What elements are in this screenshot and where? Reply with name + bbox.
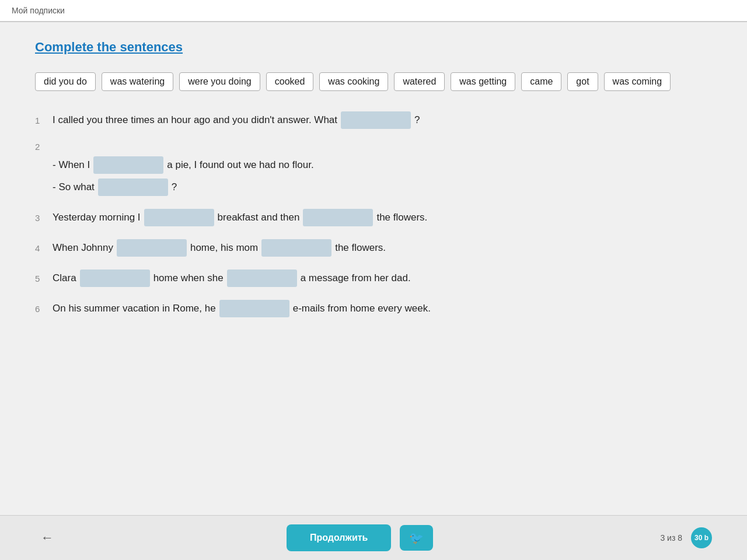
sentence-row: 5Clarahome when shea message from her da… (35, 270, 712, 287)
sentence-text: Clara (53, 272, 76, 284)
answer-blank[interactable] (80, 270, 150, 287)
top-bar: Мой подписки (0, 0, 747, 22)
sentence-item: 5Clarahome when shea message from her da… (35, 270, 712, 287)
word-chip[interactable]: was cooking (319, 72, 388, 91)
sentence-num: 3 (35, 213, 47, 223)
sentence-text: home when she (153, 272, 224, 284)
sentence-row: 6On his summer vacation in Rome, hee-mai… (35, 300, 712, 317)
main-content: Complete the sentences did you dowas wat… (0, 22, 747, 524)
section-title: Complete the sentences (35, 40, 712, 55)
sentence-num: 1 (35, 116, 47, 125)
sentence-num: 4 (35, 243, 47, 253)
sentence-text: ? (172, 181, 177, 193)
sentence-text: When Johnny (53, 242, 113, 254)
answer-blank[interactable] (117, 239, 187, 257)
sentence-item: 1I called you three times an hour ago an… (35, 111, 712, 129)
answer-blank[interactable] (93, 156, 163, 174)
sentence-text: a pie, I found out we had no flour. (167, 159, 313, 171)
sentence-text: - When I (53, 159, 90, 171)
mascot-button[interactable]: 🐦 (400, 525, 433, 551)
word-chip[interactable]: did you do (35, 72, 96, 91)
word-chip[interactable]: was getting (451, 72, 515, 91)
sentence-text: On his summer vacation in Rome, he (53, 303, 216, 314)
sentence-subrow: - So what? (53, 178, 712, 196)
answer-blank[interactable] (219, 300, 289, 317)
word-chip[interactable]: was watering (102, 72, 173, 91)
timer-label: 30 b (694, 534, 708, 542)
sentence-text: ? (414, 114, 420, 126)
sentence-num: 5 (35, 274, 47, 284)
sentence-item: 3Yesterday morning Ibreakfast and thenth… (35, 209, 712, 226)
sentence-item: 2- When Ia pie, I found out we had no fl… (35, 142, 712, 196)
word-chip[interactable]: watered (394, 72, 445, 91)
timer-circle: 30 b (691, 527, 712, 548)
sentence-text: the flowers. (376, 212, 427, 223)
answer-blank[interactable] (227, 270, 297, 287)
sentence-row: 1I called you three times an hour ago an… (35, 111, 712, 129)
sentence-num: 2 (35, 142, 47, 152)
word-chip[interactable]: cooked (266, 72, 314, 91)
footer-center: Продолжить 🐦 (287, 524, 433, 551)
footer-right: 3 из 8 30 b (660, 527, 712, 548)
sentence-text: Yesterday morning I (53, 212, 141, 223)
word-chip[interactable]: was coming (604, 72, 671, 91)
word-chip[interactable]: were you doing (179, 72, 260, 91)
sentence-row: 3Yesterday morning Ibreakfast and thenth… (35, 209, 712, 226)
sentences-container: 1I called you three times an hour ago an… (35, 111, 712, 317)
answer-blank[interactable] (144, 209, 214, 226)
word-chip[interactable]: came (521, 72, 561, 91)
sentence-subrow: - When Ia pie, I found out we had no flo… (53, 156, 712, 174)
sentence-item: 4When Johnnyhome, his momthe flowers. (35, 239, 712, 257)
answer-blank[interactable] (98, 178, 168, 196)
sentence-text: I called you three times an hour ago and… (53, 114, 337, 126)
sentence-text: a message from her dad. (301, 272, 411, 284)
sentence-text: breakfast and then (218, 212, 300, 223)
answer-blank[interactable] (341, 111, 411, 129)
answer-blank[interactable] (303, 209, 373, 226)
sentence-text: the flowers. (335, 242, 386, 254)
top-bar-label: Мой подписки (12, 6, 65, 15)
sentence-row: 4When Johnnyhome, his momthe flowers. (35, 239, 712, 257)
continue-button[interactable]: Продолжить (287, 524, 391, 551)
sentence-num: 6 (35, 304, 47, 314)
sentence-text: e-mails from home every week. (293, 303, 431, 314)
progress-label: 3 из 8 (660, 533, 682, 542)
back-button[interactable]: ← (35, 524, 60, 551)
word-bank: did you dowas wateringwere you doingcook… (35, 72, 712, 91)
sentence-text: home, his mom (190, 242, 258, 254)
footer: ← Продолжить 🐦 3 из 8 30 b (0, 515, 747, 560)
sentence-row: 2 (35, 142, 712, 152)
sentence-text: - So what (53, 181, 95, 193)
sentence-item: 6On his summer vacation in Rome, hee-mai… (35, 300, 712, 317)
word-chip[interactable]: got (567, 72, 598, 91)
answer-blank[interactable] (261, 239, 331, 257)
